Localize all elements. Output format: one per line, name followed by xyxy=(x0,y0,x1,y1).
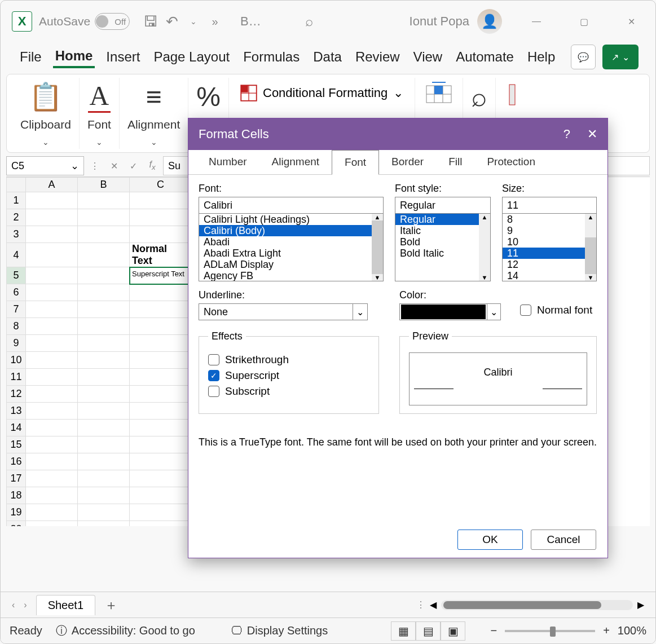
dialog-tab-number[interactable]: Number xyxy=(196,150,259,174)
font-option[interactable]: Abadi Extra Light xyxy=(199,248,383,259)
cell[interactable] xyxy=(26,301,78,318)
subscript-checkbox[interactable]: Subscript xyxy=(208,385,369,398)
row-header[interactable]: 2 xyxy=(7,209,26,226)
cell[interactable] xyxy=(130,521,192,527)
size-option[interactable]: 12 xyxy=(503,259,596,270)
row-header[interactable]: 19 xyxy=(7,504,26,521)
help-button[interactable]: ? xyxy=(563,127,570,142)
style-option[interactable]: Regular xyxy=(395,214,490,225)
cell[interactable] xyxy=(26,209,78,226)
tab-formulas[interactable]: Formulas xyxy=(241,47,302,67)
size-input[interactable] xyxy=(502,197,597,214)
cell[interactable] xyxy=(130,386,192,403)
cell[interactable] xyxy=(130,318,192,335)
cell[interactable] xyxy=(78,352,130,369)
cancel-button[interactable]: Cancel xyxy=(531,530,596,550)
scroll-up-icon[interactable]: ▲ xyxy=(588,214,594,220)
cell[interactable] xyxy=(130,420,192,436)
cell[interactable] xyxy=(26,420,78,436)
cell[interactable] xyxy=(26,470,78,487)
chevron-down-icon[interactable]: ⌄ xyxy=(71,160,79,172)
cell[interactable] xyxy=(78,335,130,352)
cell[interactable] xyxy=(26,243,78,267)
tab-scroll-options-icon[interactable]: ⋮ xyxy=(416,599,425,610)
sheet-nav-next-icon[interactable]: › xyxy=(24,600,27,610)
row-header[interactable]: 11 xyxy=(7,369,26,386)
cell[interactable] xyxy=(26,226,78,243)
row-header[interactable]: 12 xyxy=(7,386,26,403)
cell[interactable] xyxy=(130,470,192,487)
font-style-list[interactable]: Regular Italic Bold Bold Italic ▲▼ xyxy=(395,214,491,281)
more-icon[interactable]: » xyxy=(208,14,222,29)
user-name[interactable]: Ionut Popa xyxy=(410,14,469,29)
row-header[interactable]: 7 xyxy=(7,301,26,318)
close-button[interactable]: ✕ xyxy=(587,127,597,142)
scrollbar-thumb[interactable] xyxy=(443,601,601,609)
size-option[interactable]: 10 xyxy=(503,236,596,248)
font-style-input[interactable] xyxy=(395,197,491,214)
cell[interactable] xyxy=(26,487,78,504)
view-page-layout-button[interactable]: ▤ xyxy=(416,621,441,641)
cell[interactable] xyxy=(130,403,192,420)
tab-file[interactable]: File xyxy=(17,47,44,67)
close-window-button[interactable]: ✕ xyxy=(618,8,644,34)
tab-home[interactable]: Home xyxy=(53,46,95,68)
ribbon-group-clipboard[interactable]: 📋 Clipboard ⌄ xyxy=(12,78,80,149)
cell[interactable] xyxy=(78,420,130,436)
tab-page-layout[interactable]: Page Layout xyxy=(151,47,232,67)
row-header[interactable]: 14 xyxy=(7,420,26,436)
row-header[interactable]: 17 xyxy=(7,470,26,487)
name-box[interactable]: C5 ⌄ xyxy=(6,156,84,175)
size-list[interactable]: 8 9 10 11 12 14 ▲▼ xyxy=(502,214,597,281)
cell[interactable]: Superscript Text xyxy=(130,267,192,284)
row-header[interactable]: 1 xyxy=(7,192,26,209)
cell[interactable] xyxy=(78,386,130,403)
cell[interactable] xyxy=(130,352,192,369)
column-header[interactable]: A xyxy=(26,178,78,192)
column-header[interactable]: C xyxy=(130,178,192,192)
cell[interactable] xyxy=(130,453,192,470)
size-option[interactable]: 8 xyxy=(503,214,596,225)
superscript-checkbox[interactable]: ✓ Superscript xyxy=(208,369,369,382)
horizontal-scrollbar[interactable] xyxy=(441,600,633,610)
view-normal-button[interactable]: ▦ xyxy=(391,621,416,641)
toggle-switch[interactable]: Off xyxy=(95,13,130,30)
column-header[interactable]: B xyxy=(78,178,130,192)
sheet-nav-prev-icon[interactable]: ‹ xyxy=(12,600,15,610)
tab-review[interactable]: Review xyxy=(353,47,402,67)
scroll-left-icon[interactable]: ◀ xyxy=(430,599,437,610)
tab-automate[interactable]: Automate xyxy=(454,47,516,67)
cell[interactable] xyxy=(130,226,192,243)
cell[interactable]: Normal Text xyxy=(130,243,192,267)
fx-icon[interactable]: fx xyxy=(144,157,161,174)
cell[interactable] xyxy=(78,284,130,301)
cell[interactable] xyxy=(78,436,130,453)
chevron-down-icon[interactable]: ⌄ xyxy=(487,303,501,320)
cell[interactable] xyxy=(78,521,130,527)
font-option[interactable]: Abadi xyxy=(199,236,383,248)
autosave-toggle[interactable]: AutoSave Off xyxy=(39,13,130,30)
zoom-slider-knob[interactable] xyxy=(550,627,556,637)
scroll-up-icon[interactable]: ▲ xyxy=(482,214,488,220)
zoom-slider[interactable] xyxy=(505,630,595,632)
chevron-down-icon[interactable]: ⌄ xyxy=(42,138,49,147)
font-list-scrollbar[interactable]: ▲▼ xyxy=(372,214,383,281)
size-list-scrollbar[interactable]: ▲▼ xyxy=(585,214,596,281)
chevron-down-icon[interactable]: ⌄ xyxy=(353,303,368,320)
row-header[interactable]: 16 xyxy=(7,453,26,470)
size-option[interactable]: 11 xyxy=(503,248,596,259)
save-icon[interactable]: 🖫 xyxy=(143,14,158,29)
chevron-down-icon[interactable]: ⌄ xyxy=(96,138,103,147)
dialog-title-bar[interactable]: Format Cells ? ✕ xyxy=(188,118,607,150)
row-header[interactable]: 10 xyxy=(7,352,26,369)
cell[interactable] xyxy=(130,369,192,386)
font-option[interactable]: Agency FB xyxy=(199,270,383,281)
style-option[interactable]: Italic xyxy=(395,225,490,236)
cell[interactable] xyxy=(26,192,78,209)
tab-view[interactable]: View xyxy=(411,47,445,67)
share-button[interactable]: ↗⌄ xyxy=(602,45,639,69)
font-list[interactable]: Calibri Light (Headings) Calibri (Body) … xyxy=(199,214,384,281)
cell[interactable] xyxy=(78,267,130,284)
ribbon-group-font[interactable]: A Font ⌄ xyxy=(80,78,120,149)
undo-chevron-icon[interactable]: ⌄ xyxy=(186,14,201,29)
